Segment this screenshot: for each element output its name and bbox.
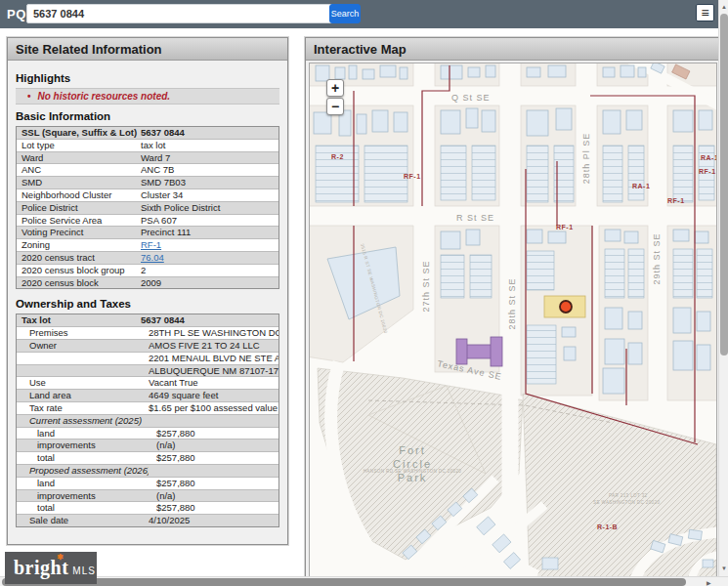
zone-label-r2: R-2 bbox=[331, 153, 344, 160]
scroll-right-arrow-icon[interactable]: ▶ bbox=[707, 579, 711, 586]
interactive-map-panel: Interactive Map + − bbox=[305, 37, 719, 581]
site-info-panel: Site Related Information Highlights • No… bbox=[7, 37, 288, 545]
row-value: 2 bbox=[141, 265, 278, 276]
map-canvas[interactable]: Q St SE R St SE 27th St SE 28th St SE 28… bbox=[309, 63, 717, 580]
table-row: improvements(n/a) bbox=[17, 490, 278, 503]
table-row: Lot typetax lot bbox=[17, 140, 278, 152]
horizontal-scrollbar[interactable]: ▶ bbox=[0, 576, 728, 586]
zone-label-r1b: R-1-B bbox=[597, 523, 618, 530]
table-row: Sale date4/10/2025 bbox=[17, 515, 278, 526]
scroll-down-arrow-icon[interactable]: ▼ bbox=[721, 565, 727, 572]
ownership-heading: Ownership and Taxes bbox=[16, 298, 279, 310]
table-row: SSL (Square, Suffix & Lot)5637 0844 bbox=[17, 127, 278, 140]
street-label-r-st: R St SE bbox=[456, 213, 494, 223]
map-svg: Q St SE R St SE 27th St SE 28th St SE 28… bbox=[310, 63, 716, 579]
row-value: $257,880 bbox=[156, 452, 278, 464]
row-label: Owner bbox=[17, 340, 149, 352]
table-row: total$257,880 bbox=[17, 452, 278, 465]
highlight-note-text: No historic resources noted. bbox=[38, 91, 171, 102]
table-row: Neighborhood ClusterCluster 34 bbox=[17, 189, 278, 202]
table-row: total$257,880 bbox=[17, 502, 278, 515]
logo-subtext: MLS bbox=[72, 565, 96, 576]
row-value: 5637 0844 bbox=[141, 314, 278, 326]
table-row: land$257,880 bbox=[17, 428, 278, 440]
table-row: WardWard 7 bbox=[17, 152, 278, 165]
row-value: (n/a) bbox=[156, 490, 278, 502]
vertical-scroll-thumb[interactable] bbox=[720, 14, 728, 356]
row-value: $257,880 bbox=[156, 478, 278, 489]
row-label: improvements bbox=[17, 440, 156, 451]
logo-star-icon: ✱ bbox=[57, 553, 64, 562]
row-value: 76.04 bbox=[141, 252, 278, 264]
row-label: improvements bbox=[17, 490, 156, 502]
row-value: $257,880 bbox=[156, 502, 278, 514]
top-bar: PQ Search ≡ bbox=[0, 0, 728, 28]
row-value: RF-1 bbox=[141, 239, 278, 251]
table-row: land$257,880 bbox=[17, 478, 278, 490]
ownership-taxes-table: Tax lot5637 0844Premises28TH PL SE WASHI… bbox=[16, 314, 279, 527]
vertical-scrollbar[interactable]: ▲ ▼ bbox=[718, 0, 728, 576]
row-label: 2020 census block bbox=[17, 277, 141, 289]
row-label: Voting Precinct bbox=[17, 227, 141, 238]
park-label-1: Fort bbox=[399, 444, 426, 456]
table-row: Current assessment (2025) bbox=[17, 415, 278, 428]
table-row: OwnerAMOS FIVE 21 TO 24 LLC bbox=[17, 340, 278, 353]
row-label: Proposed assessment (2026) bbox=[17, 465, 149, 477]
table-row: ALBUQUERQUE NM 87107-1711 bbox=[17, 365, 278, 378]
hamburger-icon: ≡ bbox=[701, 5, 708, 21]
row-label: Police District bbox=[17, 202, 141, 214]
row-label: Use bbox=[17, 377, 149, 389]
row-label: SMD bbox=[17, 177, 141, 188]
row-value: 2201 MENAUL BLVD NE STE A bbox=[149, 353, 278, 364]
parcel-address-par-1: PAR 213 LOT 32 bbox=[609, 493, 648, 498]
table-row: SMDSMD 7B03 bbox=[17, 177, 278, 189]
row-value: 5637 0844 bbox=[141, 127, 278, 139]
row-value-link[interactable]: 76.04 bbox=[141, 252, 164, 263]
zone-label-ra1: RA-1 bbox=[632, 183, 650, 189]
row-value: 2009 bbox=[141, 277, 278, 289]
table-row: UseVacant True bbox=[17, 377, 278, 390]
horizontal-scroll-thumb[interactable] bbox=[2, 578, 686, 586]
menu-button[interactable]: ≡ bbox=[696, 4, 714, 21]
table-row: ANCANC 7B bbox=[17, 164, 278, 177]
parcel-address-park: HANSON RD SE WASHINGTON DC 20020 bbox=[364, 469, 462, 474]
row-label: total bbox=[17, 452, 156, 464]
basic-info-heading: Basic Information bbox=[16, 110, 279, 122]
table-row: 2201 MENAUL BLVD NE STE A bbox=[17, 353, 278, 365]
row-label: land bbox=[17, 478, 156, 489]
zone-label-rf1-c: RF-1 bbox=[556, 224, 574, 230]
row-value: AMOS FIVE 21 TO 24 LLC bbox=[149, 340, 278, 352]
row-value: (n/a) bbox=[156, 440, 278, 451]
subject-marker[interactable] bbox=[560, 301, 572, 313]
row-value: Ward 7 bbox=[141, 152, 278, 164]
row-label: Tax rate bbox=[17, 402, 149, 414]
row-label: Tax lot bbox=[17, 314, 141, 326]
row-label: Police Service Area bbox=[17, 215, 141, 227]
map-zoom-in-button[interactable]: + bbox=[326, 79, 344, 97]
row-value: ALBUQUERQUE NM 87107-1711 bbox=[149, 365, 278, 377]
table-row: Land area4649 square feet bbox=[17, 390, 278, 402]
row-value: Sixth Police District bbox=[141, 202, 278, 214]
row-label: ANC bbox=[17, 164, 141, 176]
map-zoom-out-button[interactable]: − bbox=[326, 98, 344, 115]
highlights-heading: Highlights bbox=[16, 72, 279, 84]
row-label: Zoning bbox=[17, 239, 141, 251]
row-label: Lot type bbox=[17, 140, 141, 151]
table-row: 2020 census block group2 bbox=[17, 265, 278, 277]
row-value: $1.65 per $100 assessed value bbox=[149, 402, 278, 414]
row-value: 4649 square feet bbox=[149, 390, 278, 401]
row-value: 28TH PL SE WASHINGTON DC 20020 bbox=[149, 327, 278, 339]
scroll-up-arrow-icon[interactable]: ▲ bbox=[721, 3, 727, 11]
table-row: Premises28TH PL SE WASHINGTON DC 20020 bbox=[17, 327, 278, 340]
row-value: SMD 7B03 bbox=[141, 177, 278, 188]
street-label-27th: 27th St SE bbox=[421, 260, 431, 312]
row-label: Ward bbox=[17, 152, 141, 164]
search-input[interactable] bbox=[26, 4, 333, 23]
row-value-link[interactable]: RF-1 bbox=[141, 239, 161, 250]
parcel-address-par-2: SE WASHINGTON DC 20020 bbox=[593, 500, 660, 505]
street-label-q-st: Q St SE bbox=[451, 93, 491, 103]
search-button[interactable]: Search bbox=[329, 4, 361, 23]
row-label: Premises bbox=[17, 327, 149, 339]
row-value: Cluster 34 bbox=[141, 189, 278, 201]
row-value: tax lot bbox=[141, 140, 278, 151]
